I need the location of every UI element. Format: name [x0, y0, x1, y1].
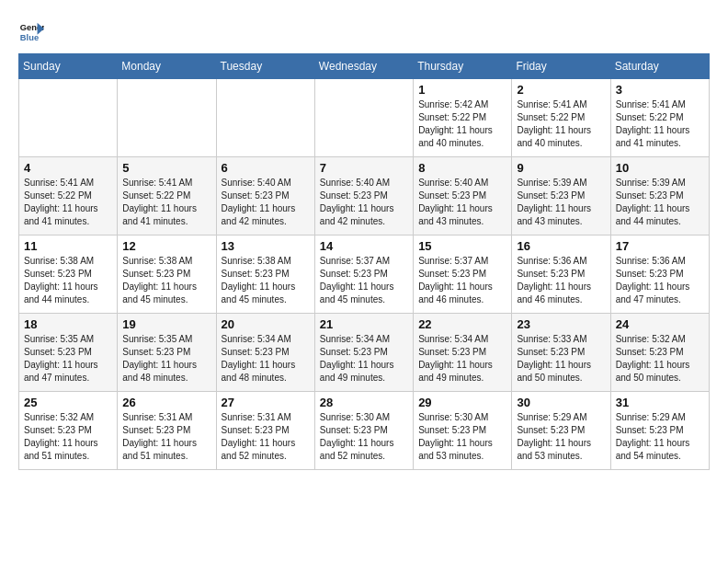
calendar-cell: 29Sunrise: 5:30 AM Sunset: 5:23 PM Dayli…	[414, 392, 512, 470]
day-info: Sunrise: 5:38 AM Sunset: 5:23 PM Dayligh…	[122, 255, 210, 306]
day-info: Sunrise: 5:42 AM Sunset: 5:22 PM Dayligh…	[418, 98, 506, 150]
header-row: SundayMondayTuesdayWednesdayThursdayFrid…	[19, 54, 710, 79]
calendar-cell: 3Sunrise: 5:41 AM Sunset: 5:22 PM Daylig…	[610, 79, 709, 157]
day-info: Sunrise: 5:40 AM Sunset: 5:23 PM Dayligh…	[320, 177, 408, 228]
day-info: Sunrise: 5:41 AM Sunset: 5:22 PM Dayligh…	[517, 98, 605, 150]
day-info: Sunrise: 5:37 AM Sunset: 5:23 PM Dayligh…	[418, 255, 506, 306]
day-info: Sunrise: 5:34 AM Sunset: 5:23 PM Dayligh…	[418, 333, 506, 385]
calendar-cell: 22Sunrise: 5:34 AM Sunset: 5:23 PM Dayli…	[414, 314, 512, 392]
day-number: 3	[616, 83, 704, 97]
day-number: 12	[122, 239, 210, 253]
day-number: 11	[24, 239, 112, 253]
weekday-header-monday: Monday	[118, 54, 216, 79]
day-info: Sunrise: 5:29 AM Sunset: 5:23 PM Dayligh…	[517, 411, 605, 463]
day-info: Sunrise: 5:36 AM Sunset: 5:23 PM Dayligh…	[517, 255, 605, 306]
day-info: Sunrise: 5:40 AM Sunset: 5:23 PM Dayligh…	[418, 177, 506, 228]
calendar-cell: 12Sunrise: 5:38 AM Sunset: 5:23 PM Dayli…	[118, 236, 216, 314]
calendar-header: SundayMondayTuesdayWednesdayThursdayFrid…	[19, 54, 710, 79]
day-info: Sunrise: 5:35 AM Sunset: 5:23 PM Dayligh…	[122, 333, 210, 385]
day-info: Sunrise: 5:41 AM Sunset: 5:22 PM Dayligh…	[24, 177, 112, 228]
calendar-cell: 14Sunrise: 5:37 AM Sunset: 5:23 PM Dayli…	[314, 236, 413, 314]
day-number: 24	[616, 317, 704, 331]
calendar-cell: 21Sunrise: 5:34 AM Sunset: 5:23 PM Dayli…	[314, 314, 413, 392]
day-number: 19	[122, 317, 210, 331]
day-info: Sunrise: 5:39 AM Sunset: 5:23 PM Dayligh…	[616, 177, 704, 228]
calendar-cell: 5Sunrise: 5:41 AM Sunset: 5:22 PM Daylig…	[118, 157, 216, 236]
day-number: 4	[24, 161, 112, 175]
weekday-header-saturday: Saturday	[610, 54, 709, 79]
calendar-cell: 19Sunrise: 5:35 AM Sunset: 5:23 PM Dayli…	[118, 314, 216, 392]
weekday-header-sunday: Sunday	[19, 54, 118, 79]
calendar-cell	[216, 79, 314, 157]
day-info: Sunrise: 5:34 AM Sunset: 5:23 PM Dayligh…	[222, 333, 310, 385]
page-header: General Blue	[18, 18, 710, 44]
calendar-cell	[19, 79, 118, 157]
day-info: Sunrise: 5:32 AM Sunset: 5:23 PM Dayligh…	[24, 411, 112, 463]
day-number: 22	[418, 317, 506, 331]
calendar-cell: 2Sunrise: 5:41 AM Sunset: 5:22 PM Daylig…	[512, 79, 610, 157]
day-number: 6	[222, 161, 310, 175]
day-info: Sunrise: 5:36 AM Sunset: 5:23 PM Dayligh…	[616, 255, 704, 306]
day-number: 8	[418, 161, 506, 175]
day-number: 1	[418, 83, 506, 97]
logo: General Blue	[18, 18, 48, 44]
day-info: Sunrise: 5:31 AM Sunset: 5:23 PM Dayligh…	[122, 411, 210, 463]
calendar-week-1: 1Sunrise: 5:42 AM Sunset: 5:22 PM Daylig…	[19, 79, 710, 157]
weekday-header-thursday: Thursday	[414, 54, 512, 79]
day-number: 9	[517, 161, 605, 175]
calendar-cell: 28Sunrise: 5:30 AM Sunset: 5:23 PM Dayli…	[314, 392, 413, 470]
day-info: Sunrise: 5:31 AM Sunset: 5:23 PM Dayligh…	[222, 411, 310, 463]
calendar-cell	[314, 79, 413, 157]
logo-icon: General Blue	[18, 18, 44, 44]
day-info: Sunrise: 5:34 AM Sunset: 5:23 PM Dayligh…	[320, 333, 408, 385]
calendar-cell: 7Sunrise: 5:40 AM Sunset: 5:23 PM Daylig…	[314, 157, 413, 236]
calendar-body: 1Sunrise: 5:42 AM Sunset: 5:22 PM Daylig…	[19, 79, 710, 470]
calendar-cell: 27Sunrise: 5:31 AM Sunset: 5:23 PM Dayli…	[216, 392, 314, 470]
day-info: Sunrise: 5:37 AM Sunset: 5:23 PM Dayligh…	[320, 255, 408, 306]
svg-text:Blue: Blue	[20, 33, 39, 42]
day-number: 30	[517, 396, 605, 409]
calendar-cell: 30Sunrise: 5:29 AM Sunset: 5:23 PM Dayli…	[512, 392, 610, 470]
day-info: Sunrise: 5:29 AM Sunset: 5:23 PM Dayligh…	[616, 411, 704, 463]
calendar-cell: 23Sunrise: 5:33 AM Sunset: 5:23 PM Dayli…	[512, 314, 610, 392]
calendar-cell: 6Sunrise: 5:40 AM Sunset: 5:23 PM Daylig…	[216, 157, 314, 236]
calendar-cell: 1Sunrise: 5:42 AM Sunset: 5:22 PM Daylig…	[414, 79, 512, 157]
day-number: 23	[517, 317, 605, 331]
calendar-cell: 18Sunrise: 5:35 AM Sunset: 5:23 PM Dayli…	[19, 314, 118, 392]
day-number: 10	[616, 161, 704, 175]
day-number: 17	[616, 239, 704, 253]
calendar-week-5: 25Sunrise: 5:32 AM Sunset: 5:23 PM Dayli…	[19, 392, 710, 470]
day-info: Sunrise: 5:32 AM Sunset: 5:23 PM Dayligh…	[616, 333, 704, 385]
calendar-cell: 8Sunrise: 5:40 AM Sunset: 5:23 PM Daylig…	[414, 157, 512, 236]
weekday-header-friday: Friday	[512, 54, 610, 79]
calendar-cell: 9Sunrise: 5:39 AM Sunset: 5:23 PM Daylig…	[512, 157, 610, 236]
day-number: 25	[24, 396, 112, 409]
calendar-week-4: 18Sunrise: 5:35 AM Sunset: 5:23 PM Dayli…	[19, 314, 710, 392]
calendar-cell: 26Sunrise: 5:31 AM Sunset: 5:23 PM Dayli…	[118, 392, 216, 470]
day-info: Sunrise: 5:30 AM Sunset: 5:23 PM Dayligh…	[418, 411, 506, 463]
day-info: Sunrise: 5:41 AM Sunset: 5:22 PM Dayligh…	[616, 98, 704, 150]
day-info: Sunrise: 5:41 AM Sunset: 5:22 PM Dayligh…	[122, 177, 210, 228]
day-info: Sunrise: 5:39 AM Sunset: 5:23 PM Dayligh…	[517, 177, 605, 228]
calendar-cell: 4Sunrise: 5:41 AM Sunset: 5:22 PM Daylig…	[19, 157, 118, 236]
day-number: 26	[122, 396, 210, 409]
day-number: 18	[24, 317, 112, 331]
day-number: 5	[122, 161, 210, 175]
day-number: 21	[320, 317, 408, 331]
calendar-week-2: 4Sunrise: 5:41 AM Sunset: 5:22 PM Daylig…	[19, 157, 710, 236]
day-number: 28	[320, 396, 408, 409]
calendar-cell: 11Sunrise: 5:38 AM Sunset: 5:23 PM Dayli…	[19, 236, 118, 314]
day-info: Sunrise: 5:38 AM Sunset: 5:23 PM Dayligh…	[222, 255, 310, 306]
weekday-header-wednesday: Wednesday	[314, 54, 413, 79]
day-number: 15	[418, 239, 506, 253]
day-number: 29	[418, 396, 506, 409]
calendar-cell: 10Sunrise: 5:39 AM Sunset: 5:23 PM Dayli…	[610, 157, 709, 236]
calendar-cell	[118, 79, 216, 157]
day-number: 16	[517, 239, 605, 253]
calendar-cell: 20Sunrise: 5:34 AM Sunset: 5:23 PM Dayli…	[216, 314, 314, 392]
calendar-cell: 13Sunrise: 5:38 AM Sunset: 5:23 PM Dayli…	[216, 236, 314, 314]
weekday-header-tuesday: Tuesday	[216, 54, 314, 79]
day-info: Sunrise: 5:33 AM Sunset: 5:23 PM Dayligh…	[517, 333, 605, 385]
calendar-cell: 17Sunrise: 5:36 AM Sunset: 5:23 PM Dayli…	[610, 236, 709, 314]
day-info: Sunrise: 5:38 AM Sunset: 5:23 PM Dayligh…	[24, 255, 112, 306]
